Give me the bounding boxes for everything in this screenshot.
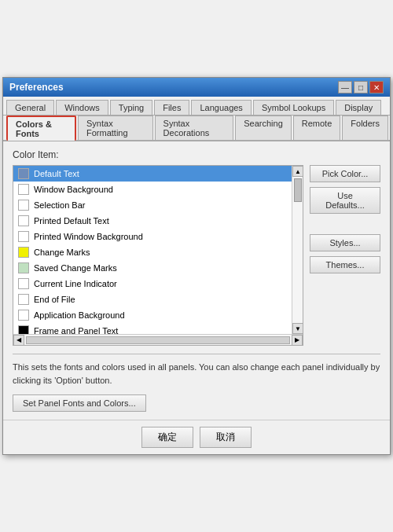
divider [13,354,380,354]
list-item[interactable]: Frame and Panel Text [13,323,292,334]
item-label: Frame and Panel Text [34,326,118,334]
list-item[interactable]: Current Line Indicator [13,276,292,292]
list-item[interactable]: Application Background [13,307,292,323]
color-swatch [18,325,29,334]
list-panel: Default Text Window Background Selection… [13,165,380,346]
pick-color-button[interactable]: Pick Color... [310,165,380,182]
item-label: Default Text [34,169,79,178]
scroll-down-arrow[interactable]: ▼ [292,323,303,334]
item-label: Application Background [34,310,125,320]
title-controls: — □ ✕ [338,81,384,94]
footer: 确定 取消 [3,420,390,454]
color-swatch [18,184,29,195]
content-area: Color Item: Default Text Window Backgrou… [3,141,390,420]
item-label: Change Marks [34,248,90,257]
list-item[interactable]: Window Background [13,182,292,197]
cancel-button[interactable]: 取消 [200,427,252,448]
tab-typing[interactable]: Typing [110,100,152,115]
item-label: Window Background [34,185,113,194]
tab-folders[interactable]: Folders [342,116,388,140]
item-label: Saved Change Marks [34,263,117,273]
list-item[interactable]: Change Marks [13,244,292,260]
tabs-row2: Colors & Fonts Syntax Formatting Syntax … [3,116,390,141]
color-swatch [18,262,29,273]
tab-windows[interactable]: Windows [56,100,108,115]
scroll-track [292,177,303,323]
use-defaults-button[interactable]: Use Defaults... [310,187,380,214]
color-swatch [18,247,29,258]
color-list-inner: Default Text Window Background Selection… [13,166,303,334]
list-item[interactable]: Selection Bar [13,197,292,213]
item-label: Printed Default Text [34,216,109,226]
set-panel-fonts-button[interactable]: Set Panel Fonts and Colors... [13,394,146,412]
tab-files[interactable]: Files [154,100,189,115]
list-item[interactable]: Saved Change Marks [13,260,292,276]
preferences-window: Preferences — □ ✕ General Windows Typing… [2,77,391,455]
side-buttons: Pick Color... Use Defaults... Styles... … [310,165,380,346]
tab-general[interactable]: General [6,100,54,115]
tab-remote[interactable]: Remote [293,116,341,140]
tab-syntax-decorations[interactable]: Syntax Decorations [155,116,234,140]
tab-colors-fonts[interactable]: Colors & Fonts [6,116,76,141]
tab-syntax-formatting[interactable]: Syntax Formatting [78,116,153,140]
title-bar: Preferences — □ ✕ [3,78,390,97]
scroll-left-arrow[interactable]: ◀ [13,335,24,346]
ok-button[interactable]: 确定 [141,427,193,448]
color-list[interactable]: Default Text Window Background Selection… [13,166,292,334]
item-label: Printed Window Background [34,232,143,241]
tab-languages[interactable]: Languages [191,100,251,115]
h-scroll-thumb[interactable] [26,336,290,344]
color-list-container: Default Text Window Background Selection… [13,165,303,346]
scroll-up-arrow[interactable]: ▲ [292,166,303,177]
color-swatch [18,294,29,305]
list-item[interactable]: Printed Window Background [13,229,292,244]
color-swatch [18,310,29,321]
item-label: Selection Bar [34,200,85,210]
minimize-button[interactable]: — [338,81,352,94]
color-swatch [18,215,29,226]
color-swatch [18,200,29,211]
color-swatch [18,231,29,242]
maximize-button[interactable]: □ [354,81,368,94]
item-label: Current Line Indicator [34,279,117,288]
color-swatch [18,168,29,179]
list-item[interactable]: Default Text [13,166,292,182]
item-label: End of File [34,295,75,304]
list-item[interactable]: End of File [13,292,292,307]
info-text: This sets the fonts and colors used in a… [13,361,380,387]
horizontal-scrollbar[interactable]: ◀ ▶ [13,334,303,345]
window-title: Preferences [9,82,64,93]
tab-symbol-lookups[interactable]: Symbol Lookups [253,100,334,115]
tabs-row1: General Windows Typing Files Languages S… [3,97,390,116]
vertical-scrollbar[interactable]: ▲ ▼ [292,166,303,334]
tab-display[interactable]: Display [336,100,381,115]
color-swatch [18,278,29,289]
scroll-right-arrow[interactable]: ▶ [292,335,303,346]
scroll-thumb[interactable] [294,178,302,202]
styles-button[interactable]: Styles... [310,234,380,251]
tab-searching[interactable]: Searching [235,116,292,140]
color-item-label: Color Item: [13,149,380,160]
list-item[interactable]: Printed Default Text [13,213,292,229]
close-button[interactable]: ✕ [369,81,384,94]
themes-button[interactable]: Themes... [310,256,380,273]
